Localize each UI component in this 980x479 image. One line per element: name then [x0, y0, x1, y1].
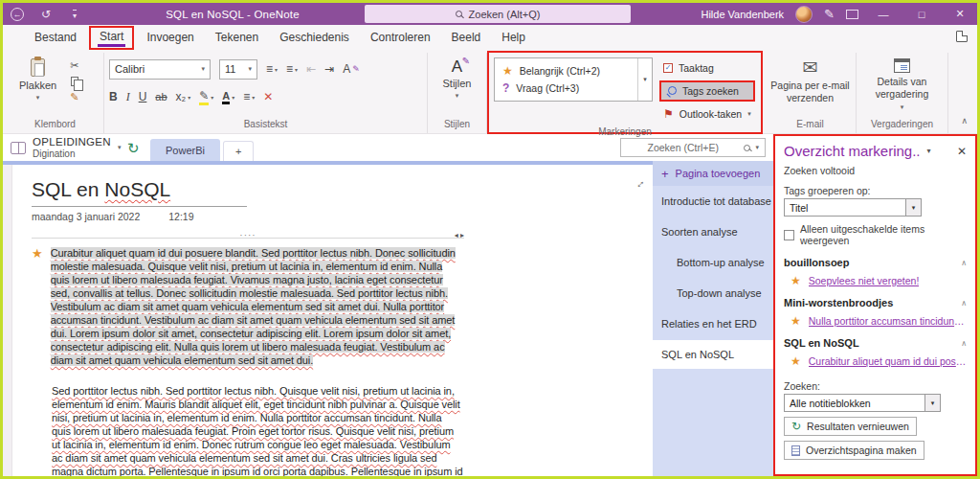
page-canvas[interactable]: ↔ SQL en NoSQL maandag 3 januari 2022 12… [3, 161, 653, 476]
page-item[interactable]: Bottom-up analyse [653, 247, 773, 278]
refresh-icon: ↻ [791, 421, 801, 432]
close-button[interactable]: ✕ [947, 8, 973, 20]
bullet-list-button[interactable]: ≡▾ [266, 62, 278, 76]
numbered-list-button[interactable]: ≡▾ [286, 62, 298, 76]
font-color-button[interactable]: A▾ [222, 90, 234, 104]
paragraph-highlighted[interactable]: Curabitur aliquet quam id dui posuere bl… [51, 246, 462, 367]
page-title[interactable]: SQL en NoSQL [32, 178, 247, 207]
create-summary-page-button[interactable]: Overzichtspagina maken [784, 441, 924, 460]
tab-help[interactable]: Help [491, 27, 536, 48]
styles-button[interactable]: A✎ Stijlen ▾ [433, 55, 481, 102]
refresh-results-button[interactable]: ↻Resultaten vernieuwen [784, 417, 917, 436]
underline-button[interactable]: U [139, 90, 147, 103]
strikethrough-button[interactable]: ab [155, 91, 167, 103]
panel-menu-chevron[interactable]: ▾ [927, 147, 931, 155]
italic-button[interactable]: I [126, 90, 130, 104]
meeting-details-button[interactable]: Details van vergadering ▾ [861, 55, 943, 113]
todo-tag-button[interactable]: ✓Taaktag [659, 58, 755, 78]
tab-tekenen[interactable]: Tekenen [205, 27, 269, 48]
group-vergaderingen: Details van vergadering ▾ Vergaderingen [857, 53, 948, 133]
clear-formatting-icon: A [343, 62, 350, 76]
collapse-ribbon-button[interactable]: ∧ [961, 116, 968, 125]
avatar[interactable] [795, 6, 813, 23]
paragraph-align-button[interactable]: ≡▾ [243, 90, 255, 103]
collapse-icon: ∧ [961, 339, 967, 348]
collapsed-nav-strip[interactable] [3, 165, 12, 476]
inking-icon[interactable]: ✎ [824, 7, 835, 21]
tab-bestand[interactable]: Bestand [24, 27, 87, 48]
sync-icon[interactable]: ↺ [127, 141, 140, 155]
search-scope-combobox[interactable]: Alle notitieblokken ▾ [784, 394, 967, 412]
tag-group-header[interactable]: SQL en NoSQL∧ [784, 337, 967, 349]
outlook-tasks-button[interactable]: ⚑Outlook-taken▾ [659, 104, 755, 124]
highlight-button[interactable]: ✎▾ [199, 89, 213, 105]
tab-beeld[interactable]: Beeld [441, 27, 492, 48]
important-tag-icon[interactable]: ★ [32, 246, 43, 367]
find-tags-button[interactable]: Tags zoeken [659, 80, 755, 102]
tag-result[interactable]: ★Curabitur aliquet quam id dui posuere b… [784, 355, 967, 367]
page-item[interactable]: Introductie tot database [653, 186, 773, 217]
add-section-tab[interactable]: + [223, 141, 254, 161]
paste-button[interactable]: Plakken ▾ [11, 55, 64, 103]
back-button[interactable]: ← [3, 7, 32, 22]
group-markeringen: ★Belangrijk (Ctrl+2) ?Vraag (Ctrl+3) ▾ ✓… [487, 51, 763, 134]
chevron-down-icon[interactable]: ▾ [118, 144, 122, 151]
note-container[interactable]: ···· ◂ ▸ ★ Curabitur aliquet quam id dui… [32, 238, 464, 476]
tab-invoegen[interactable]: Invoegen [136, 27, 204, 48]
undo-button[interactable]: ↺ [32, 8, 60, 21]
chevron-down-icon[interactable]: ▾ [905, 198, 922, 217]
font-name-combobox[interactable]: Calibri▾ [109, 59, 211, 80]
increase-indent-button[interactable]: ⇥ [324, 62, 334, 76]
tag-group-header[interactable]: Mini-worstenbroodjes∧ [784, 297, 967, 308]
tag-vraag[interactable]: ?Vraag (Ctrl+3) [502, 82, 637, 94]
quick-access-customize-button[interactable]: ▾ [60, 8, 89, 21]
format-painter-icon[interactable]: ✎ [70, 91, 78, 103]
page-item[interactable]: Soorten analyse [653, 217, 773, 247]
tag-belangrijk[interactable]: ★Belangrijk (Ctrl+2) [502, 65, 637, 77]
page-item[interactable]: Relaties en het ERD [653, 308, 773, 339]
paragraph-plain[interactable]: Sed porttitor lectus nibh. Sed porttitor… [52, 384, 463, 476]
maximize-button[interactable]: □ [908, 9, 935, 20]
page-item[interactable]: Top-down analyse [653, 278, 773, 308]
titlebar-search-placeholder: Zoeken (Alt+Q) [469, 9, 541, 20]
tab-controleren[interactable]: Controleren [360, 27, 441, 48]
notebook-selector[interactable]: OPLEIDINGEN Digination [33, 136, 111, 159]
note-resize-handle[interactable]: ◂ ▸ [455, 231, 464, 240]
font-size-combobox[interactable]: 11▾ [219, 59, 257, 80]
panel-close-icon[interactable]: ✕ [957, 145, 967, 158]
minimize-button[interactable]: — [870, 9, 897, 20]
tag-group-header[interactable]: bouillonsoep∧ [784, 257, 967, 268]
email-page-button[interactable]: ✉ Pagina per e-mail verzenden [769, 55, 851, 106]
tag-gallery-more-button[interactable]: ▾ [637, 58, 652, 101]
titlebar-search[interactable]: Zoeken (Alt+Q) [365, 5, 631, 23]
section-tab-powerbi[interactable]: PowerBi [150, 139, 220, 161]
side-pane-icon[interactable] [956, 31, 968, 42]
decrease-indent-button[interactable]: ⇤ [306, 62, 316, 76]
window-title: SQL en NoSQL - OneNote [89, 9, 376, 20]
collapse-icon: ∧ [961, 259, 967, 267]
panel-title: Overzicht markering.. [784, 143, 921, 159]
bold-button[interactable]: B [109, 90, 118, 103]
tag-result[interactable]: ★Nulla porttitor accumsan tincidunt. Viv… [784, 315, 967, 327]
page-item-selected[interactable]: SQL en NoSQL [653, 340, 773, 369]
chevron-down-icon[interactable]: ▾ [924, 394, 941, 412]
add-page-button[interactable]: +Pagina toevoegen [653, 161, 773, 186]
tag-result[interactable]: ★Soepvlees niet vergeten! [784, 275, 967, 286]
delete-button[interactable]: ✕ [263, 90, 273, 103]
ribbon-display-options-icon[interactable] [846, 10, 858, 19]
styles-label: Stijlen [443, 78, 472, 89]
group-by-combobox[interactable]: Titel ▾ [784, 198, 967, 217]
copy-icon[interactable] [71, 77, 78, 86]
clear-formatting-button[interactable]: A✎ [343, 62, 360, 76]
tab-start[interactable]: Start [89, 26, 134, 50]
cut-button[interactable]: ✂ [70, 59, 78, 72]
subscript-button[interactable]: x₂▾ [176, 90, 191, 103]
expand-icon[interactable]: ↔ [631, 174, 648, 192]
show-unchecked-checkbox[interactable]: Alleen uitgeschakelde items weergeven [784, 223, 967, 246]
note-drag-handle[interactable]: ···· [239, 230, 256, 240]
calendar-icon [894, 58, 910, 73]
clipboard-icon [31, 58, 45, 77]
account-name[interactable]: Hilde Vandenberk [701, 9, 784, 20]
tab-geschiedenis[interactable]: Geschiedenis [269, 27, 360, 48]
page-search-input[interactable]: Zoeken (Ctrl+E) ▾ [620, 138, 766, 157]
